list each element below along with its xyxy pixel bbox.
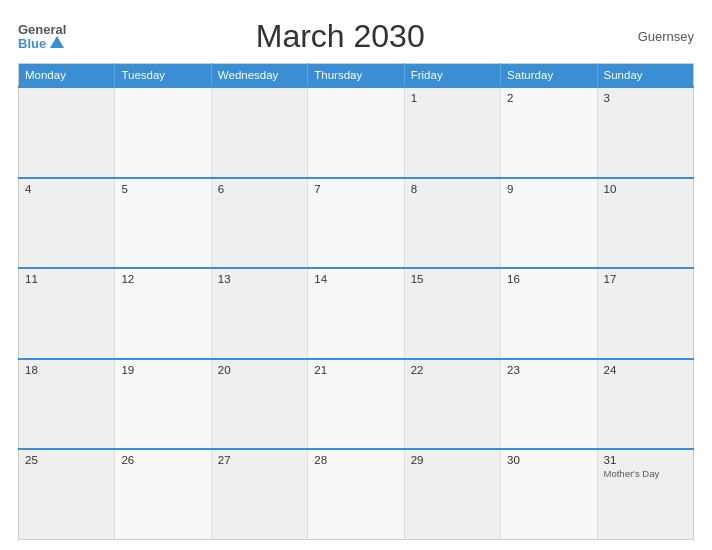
day-cell: 9 — [501, 178, 597, 269]
logo-triangle-icon — [50, 36, 64, 48]
day-cell: 18 — [19, 359, 115, 450]
day-number: 5 — [121, 183, 127, 195]
logo-general-text: General — [18, 23, 66, 36]
calendar-week-row: 11121314151617 — [19, 268, 694, 359]
day-number: 7 — [314, 183, 320, 195]
day-number: 14 — [314, 273, 327, 285]
logo: General Blue — [18, 23, 66, 50]
calendar-title: March 2030 — [66, 18, 614, 55]
day-cell: 21 — [308, 359, 404, 450]
day-cell: 17 — [597, 268, 693, 359]
day-cell: 12 — [115, 268, 211, 359]
day-cell: 20 — [211, 359, 307, 450]
day-cell: 3 — [597, 87, 693, 178]
day-number: 8 — [411, 183, 417, 195]
day-number: 9 — [507, 183, 513, 195]
day-number: 20 — [218, 364, 231, 376]
day-number: 4 — [25, 183, 31, 195]
day-number: 25 — [25, 454, 38, 466]
calendar-week-row: 123 — [19, 87, 694, 178]
col-tuesday: Tuesday — [115, 64, 211, 88]
day-cell-empty — [19, 87, 115, 178]
day-number: 30 — [507, 454, 520, 466]
day-number: 2 — [507, 92, 513, 104]
col-sunday: Sunday — [597, 64, 693, 88]
day-number: 1 — [411, 92, 417, 104]
header: General Blue March 2030 Guernsey — [18, 18, 694, 55]
day-number: 11 — [25, 273, 38, 285]
day-cell: 14 — [308, 268, 404, 359]
day-cell: 10 — [597, 178, 693, 269]
day-cell: 4 — [19, 178, 115, 269]
calendar-week-row: 25262728293031Mother's Day — [19, 449, 694, 540]
day-number: 12 — [121, 273, 134, 285]
col-wednesday: Wednesday — [211, 64, 307, 88]
col-thursday: Thursday — [308, 64, 404, 88]
day-number: 13 — [218, 273, 231, 285]
day-number: 29 — [411, 454, 424, 466]
day-number: 23 — [507, 364, 520, 376]
day-cell: 31Mother's Day — [597, 449, 693, 540]
day-cell: 19 — [115, 359, 211, 450]
day-cell: 25 — [19, 449, 115, 540]
day-number: 27 — [218, 454, 231, 466]
day-number: 3 — [604, 92, 610, 104]
day-number: 21 — [314, 364, 327, 376]
calendar-body: 1234567891011121314151617181920212223242… — [19, 87, 694, 540]
day-cell: 16 — [501, 268, 597, 359]
calendar-week-row: 45678910 — [19, 178, 694, 269]
day-number: 6 — [218, 183, 224, 195]
day-cell: 2 — [501, 87, 597, 178]
col-friday: Friday — [404, 64, 500, 88]
day-cell: 29 — [404, 449, 500, 540]
region-label: Guernsey — [614, 29, 694, 44]
day-cell: 15 — [404, 268, 500, 359]
col-saturday: Saturday — [501, 64, 597, 88]
day-cell: 5 — [115, 178, 211, 269]
day-number: 26 — [121, 454, 134, 466]
day-number: 10 — [604, 183, 617, 195]
day-cell: 28 — [308, 449, 404, 540]
day-number: 31 — [604, 454, 617, 466]
day-cell: 30 — [501, 449, 597, 540]
day-cell: 11 — [19, 268, 115, 359]
day-cell: 26 — [115, 449, 211, 540]
col-monday: Monday — [19, 64, 115, 88]
day-number: 18 — [25, 364, 38, 376]
day-cell: 22 — [404, 359, 500, 450]
day-event: Mother's Day — [604, 468, 687, 479]
day-number: 16 — [507, 273, 520, 285]
day-number: 17 — [604, 273, 617, 285]
day-cell-empty — [211, 87, 307, 178]
day-cell: 27 — [211, 449, 307, 540]
day-cell: 7 — [308, 178, 404, 269]
day-number: 28 — [314, 454, 327, 466]
calendar-week-row: 18192021222324 — [19, 359, 694, 450]
day-cell-empty — [308, 87, 404, 178]
day-number: 15 — [411, 273, 424, 285]
day-number: 24 — [604, 364, 617, 376]
calendar-table: Monday Tuesday Wednesday Thursday Friday… — [18, 63, 694, 540]
day-cell: 1 — [404, 87, 500, 178]
day-cell: 24 — [597, 359, 693, 450]
day-cell: 6 — [211, 178, 307, 269]
day-number: 19 — [121, 364, 134, 376]
weekday-header-row: Monday Tuesday Wednesday Thursday Friday… — [19, 64, 694, 88]
day-cell: 13 — [211, 268, 307, 359]
logo-blue-text: Blue — [18, 37, 46, 50]
calendar-page: General Blue March 2030 Guernsey Monday … — [0, 0, 712, 550]
day-cell: 8 — [404, 178, 500, 269]
day-cell-empty — [115, 87, 211, 178]
day-number: 22 — [411, 364, 424, 376]
day-cell: 23 — [501, 359, 597, 450]
